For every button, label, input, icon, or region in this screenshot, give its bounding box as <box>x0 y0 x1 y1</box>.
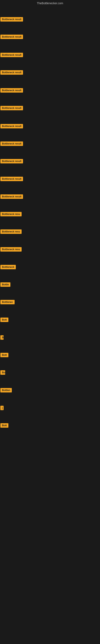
result-row-16: Bottle <box>0 282 10 288</box>
result-row-14: Bottleneck resu <box>0 247 22 252</box>
result-row-11: Bottleneck result <box>0 194 23 200</box>
result-row-9: Bottleneck result <box>0 159 23 164</box>
bottleneck-label-9[interactable]: Bottleneck result <box>0 159 23 164</box>
result-row-2: Bottleneck result <box>0 34 23 40</box>
result-row-13: Bottleneck resu <box>0 230 22 235</box>
bottleneck-label-16[interactable]: Bottle <box>0 282 10 287</box>
bottleneck-label-1[interactable]: Bottleneck result <box>0 17 23 22</box>
bottleneck-label-17[interactable]: Bottlenec <box>0 300 15 304</box>
result-row-23: | <box>0 406 3 411</box>
bottleneck-label-14[interactable]: Bottleneck resu <box>0 247 22 252</box>
bottleneck-label-12[interactable]: Bottleneck resu <box>0 212 22 216</box>
result-row-1: Bottleneck result <box>0 17 23 22</box>
result-row-15: Bottleneck <box>0 265 16 270</box>
result-row-24: Bott <box>0 423 8 428</box>
bottleneck-label-23[interactable]: | <box>0 406 3 410</box>
bottleneck-label-10[interactable]: Bottleneck result <box>0 177 23 181</box>
result-row-21: Bo <box>0 370 5 376</box>
bottleneck-label-15[interactable]: Bottleneck <box>0 265 16 269</box>
result-row-6: Bottleneck result <box>0 106 23 111</box>
site-title: TheBottlenecker.com <box>0 0 100 6</box>
result-row-4: Bottleneck result <box>0 70 23 76</box>
bottleneck-label-18[interactable]: Bott <box>0 318 8 322</box>
result-row-10: Bottleneck result <box>0 177 23 182</box>
bottleneck-label-20[interactable]: Bott <box>0 353 8 357</box>
bottleneck-label-21[interactable]: Bo <box>0 370 5 375</box>
bottleneck-label-6[interactable]: Bottleneck result <box>0 106 23 110</box>
result-row-12: Bottleneck resu <box>0 212 22 217</box>
bottleneck-label-5[interactable]: Bottleneck result <box>0 88 23 92</box>
result-row-17: Bottlenec <box>0 300 15 305</box>
result-row-19: B <box>0 335 3 340</box>
result-row-3: Bottleneck result <box>0 53 23 58</box>
result-row-5: Bottleneck result <box>0 88 23 94</box>
result-row-8: Bottleneck result <box>0 142 23 147</box>
bottleneck-label-11[interactable]: Bottleneck result <box>0 194 23 199</box>
result-row-7: Bottleneck result <box>0 124 23 129</box>
bottleneck-label-8[interactable]: Bottleneck result <box>0 142 23 146</box>
bottleneck-label-19[interactable]: B <box>0 335 3 340</box>
bottleneck-label-3[interactable]: Bottleneck result <box>0 53 23 57</box>
result-row-20: Bott <box>0 353 8 358</box>
bottleneck-label-22[interactable]: Bottlen <box>0 388 12 392</box>
bottleneck-label-4[interactable]: Bottleneck result <box>0 70 23 75</box>
result-row-18: Bott <box>0 318 8 323</box>
bottleneck-label-13[interactable]: Bottleneck resu <box>0 230 22 234</box>
bottleneck-label-24[interactable]: Bott <box>0 423 8 428</box>
bottleneck-label-7[interactable]: Bottleneck result <box>0 124 23 128</box>
bottleneck-label-2[interactable]: Bottleneck result <box>0 34 23 39</box>
result-row-22: Bottlen <box>0 388 12 393</box>
